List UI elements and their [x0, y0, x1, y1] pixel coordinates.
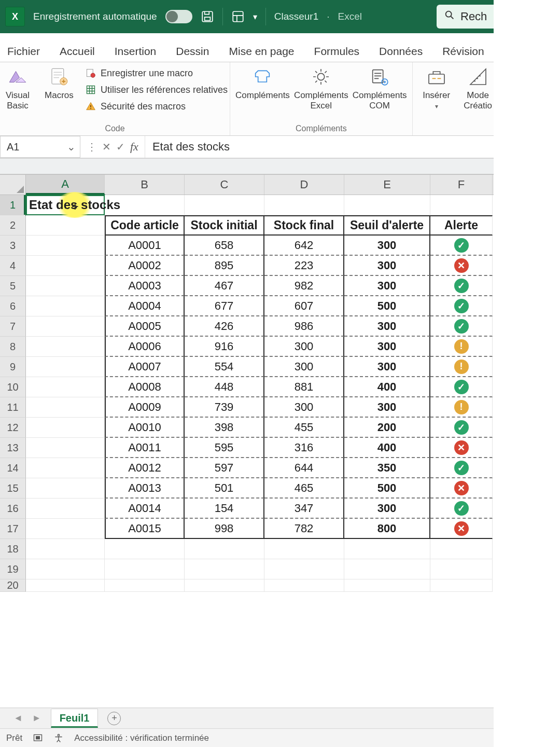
cell-init[interactable]: 998	[185, 519, 264, 539]
cell-init[interactable]: 426	[185, 316, 264, 337]
cell[interactable]	[105, 539, 185, 559]
row-header[interactable]: 20	[0, 579, 26, 592]
macro-security-button[interactable]: Sécurité des macros	[85, 101, 228, 112]
name-box[interactable]: A1 ⌄	[0, 136, 80, 158]
cell-seuil[interactable]: 300	[344, 316, 430, 337]
cell-init[interactable]: 739	[185, 397, 264, 418]
col-header-F[interactable]: F	[430, 175, 493, 195]
cell-init[interactable]: 658	[185, 236, 264, 256]
row-header[interactable]: 4	[0, 256, 26, 276]
cell[interactable]	[430, 539, 493, 559]
macro-record-status-icon[interactable]	[33, 733, 43, 743]
cell-code[interactable]: A0013	[105, 478, 185, 499]
sheet-grid[interactable]: A B C D E F 1 Etat des stocks ✛ 2 Code a…	[0, 174, 494, 592]
cell[interactable]	[264, 539, 344, 559]
cell-alert[interactable]: !	[430, 337, 493, 357]
cell-code[interactable]: A0015	[105, 519, 185, 539]
col-header-D[interactable]: D	[264, 175, 344, 195]
cell-seuil[interactable]: 400	[344, 377, 430, 397]
cell[interactable]	[26, 357, 105, 377]
cell[interactable]	[26, 337, 105, 357]
cell[interactable]	[344, 579, 430, 592]
cell-final[interactable]: 881	[264, 377, 344, 397]
cell[interactable]	[26, 377, 105, 397]
record-macro-button[interactable]: Enregistrer une macro	[85, 67, 228, 79]
row-header[interactable]: 11	[0, 397, 26, 418]
cell[interactable]	[185, 539, 264, 559]
cell-seuil[interactable]: 200	[344, 418, 430, 438]
cell-code[interactable]: A0002	[105, 256, 185, 276]
cell-alert[interactable]: ✓	[430, 458, 493, 478]
accept-formula-icon[interactable]: ✓	[116, 141, 125, 153]
cell[interactable]	[264, 559, 344, 579]
cell[interactable]	[26, 519, 105, 539]
insert-control-button[interactable]: Insérer ▾	[418, 65, 455, 110]
cell-final[interactable]: 986	[264, 316, 344, 337]
tab-dessin[interactable]: Dessin	[174, 41, 211, 62]
row-header[interactable]: 17	[0, 519, 26, 539]
header-final[interactable]: Stock final	[264, 215, 344, 236]
tab-donnees[interactable]: Données	[377, 41, 425, 62]
cell-init[interactable]: 448	[185, 377, 264, 397]
next-sheet-icon[interactable]: ►	[32, 713, 41, 724]
cell-seuil[interactable]: 500	[344, 478, 430, 499]
cell[interactable]	[430, 559, 493, 579]
cell[interactable]	[344, 539, 430, 559]
cell-alert[interactable]: ✓	[430, 499, 493, 519]
qat-dropdown-icon[interactable]: ▾	[253, 12, 257, 22]
cell-init[interactable]: 154	[185, 499, 264, 519]
save-icon[interactable]	[201, 10, 214, 23]
cell-alert[interactable]: ✕	[430, 478, 493, 499]
row-header[interactable]: 9	[0, 357, 26, 377]
col-header-C[interactable]: C	[185, 175, 264, 195]
cell[interactable]	[26, 478, 105, 499]
row-header[interactable]: 8	[0, 337, 26, 357]
cell[interactable]	[264, 195, 344, 215]
col-header-B[interactable]: B	[105, 175, 185, 195]
cell-alert[interactable]: ✕	[430, 256, 493, 276]
cell[interactable]	[26, 276, 105, 296]
cell-seuil[interactable]: 500	[344, 296, 430, 316]
layout-icon[interactable]	[231, 10, 245, 23]
cell-final[interactable]: 607	[264, 296, 344, 316]
cell-code[interactable]: A0003	[105, 276, 185, 296]
row-header[interactable]: 2	[0, 215, 26, 236]
cell-final[interactable]: 644	[264, 458, 344, 478]
cell[interactable]	[185, 559, 264, 579]
cell[interactable]	[26, 438, 105, 458]
cell[interactable]	[26, 397, 105, 418]
row-header[interactable]: 14	[0, 458, 26, 478]
cell-final[interactable]: 465	[264, 478, 344, 499]
formula-bar[interactable]	[145, 136, 494, 158]
cell[interactable]	[26, 499, 105, 519]
cell-seuil[interactable]: 400	[344, 438, 430, 458]
cell-init[interactable]: 916	[185, 337, 264, 357]
cell-alert[interactable]: ✕	[430, 519, 493, 539]
tab-fichier[interactable]: Fichier	[5, 41, 42, 62]
cell-init[interactable]: 595	[185, 438, 264, 458]
cell[interactable]	[26, 418, 105, 438]
cell-init[interactable]: 895	[185, 256, 264, 276]
cell[interactable]	[105, 559, 185, 579]
tab-insertion[interactable]: Insertion	[113, 41, 159, 62]
row-header[interactable]: 3	[0, 236, 26, 256]
header-code[interactable]: Code article	[105, 215, 185, 236]
cell-code[interactable]: A0011	[105, 438, 185, 458]
cell-init[interactable]: 398	[185, 418, 264, 438]
row-header[interactable]: 15	[0, 478, 26, 499]
cell-code[interactable]: A0009	[105, 397, 185, 418]
cell[interactable]	[430, 195, 493, 215]
select-all-corner[interactable]	[0, 175, 26, 195]
cell-alert[interactable]: !	[430, 397, 493, 418]
cell-final[interactable]: 223	[264, 256, 344, 276]
cell-code[interactable]: A0012	[105, 458, 185, 478]
cell-seuil[interactable]: 300	[344, 397, 430, 418]
row-header[interactable]: 16	[0, 499, 26, 519]
excel-addins-button[interactable]: Compléments Excel	[294, 65, 348, 111]
cell-final[interactable]: 982	[264, 276, 344, 296]
autosave-toggle[interactable]	[165, 10, 192, 23]
cell-seuil[interactable]: 300	[344, 236, 430, 256]
row-header[interactable]: 10	[0, 377, 26, 397]
cell[interactable]	[185, 195, 264, 215]
row-header[interactable]: 7	[0, 316, 26, 337]
